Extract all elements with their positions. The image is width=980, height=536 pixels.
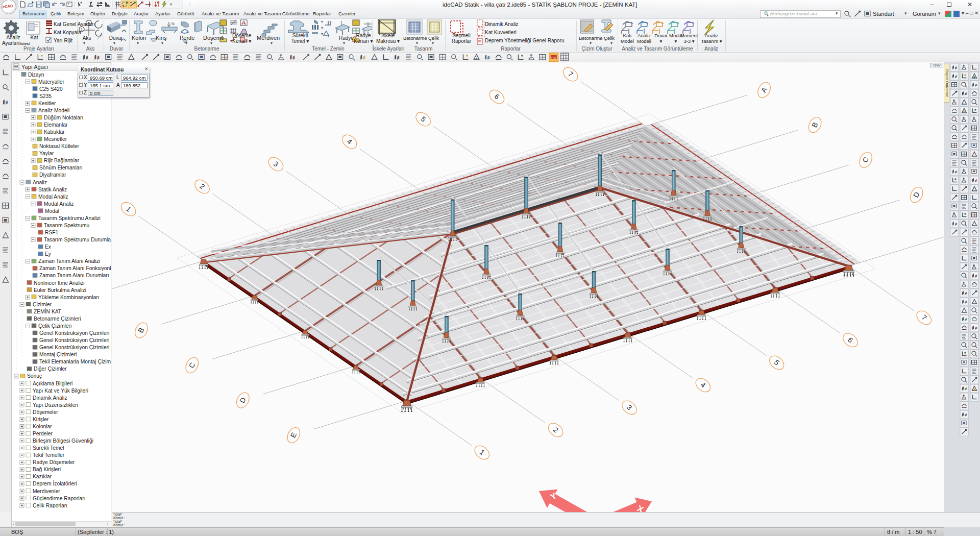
svg-text:Nonlineer İtme Analizi: Nonlineer İtme Analizi [34,280,85,286]
svg-text:Tasarım Spektrumu Analizi: Tasarım Spektrumu Analizi [38,215,101,221]
svg-text:Diğer Çizimler: Diğer Çizimler [34,366,67,372]
svg-text:Statik Analiz: Statik Analiz [38,187,67,192]
svg-text:C25 S420: C25 S420 [39,86,63,92]
svg-text:Radye Döşemeler: Radye Döşemeler [33,459,75,465]
svg-text:Kesitler: Kesitler [38,101,56,106]
svg-text:Perdeler: Perdeler [33,431,53,436]
svg-text:Ex: Ex [45,244,52,250]
svg-text:Materyaller: Materyaller [38,79,64,85]
svg-text:▾: ▾ [321,26,323,30]
svg-text:Tasarım Spektrumu Durumları: Tasarım Spektrumu Durumları [44,237,111,242]
svg-text:Genel Konstrüksiyon Çizimleri: Genel Konstrüksiyon Çizimleri - Tekil [39,345,111,350]
svg-text:Tekil Temeller: Tekil Temeller [33,452,65,458]
svg-text:Noktasal Kütleler: Noktasal Kütleler [39,143,79,149]
svg-text:S235: S235 [39,93,52,99]
svg-text:Düğüm Noktaları: Düğüm Noktaları [44,115,83,120]
svg-text:Modal Analiz: Modal Analiz [38,194,68,200]
svg-text:Kabuklar: Kabuklar [44,129,65,135]
svg-text:Elemanlar: Elemanlar [44,122,68,128]
svg-text:Döşemeler: Döşemeler [33,409,58,415]
svg-text:Deprem İzolatörleri: Deprem İzolatörleri [33,480,77,486]
svg-text:Dinamik Analiz: Dinamik Analiz [33,395,67,401]
svg-text:Tekil Elemanlarla Montaj Çizim: Tekil Elemanlarla Montaj Çizimleri [39,359,111,364]
svg-text:Güçlendirme Raporları: Güçlendirme Raporları [33,496,86,501]
svg-text:Analiz Modeli: Analiz Modeli [38,108,69,113]
svg-text:Sürekli Temel: Sürekli Temel [33,445,64,451]
svg-text:Yapı Kat ve Yük Bilgileri: Yapı Kat ve Yük Bilgileri [33,388,88,394]
svg-text:Euler Burkulma Analizi: Euler Burkulma Analizi [34,287,86,293]
svg-text:Kolonlar: Kolonlar [33,424,52,429]
svg-text:Diyaframlar: Diyaframlar [39,172,66,178]
svg-text:▾: ▾ [170,2,172,7]
svg-text:N: N [172,21,175,26]
svg-text:Yaylar: Yaylar [39,151,54,156]
svg-text:Mesnetler: Mesnetler [44,136,67,142]
svg-text:Kirişler: Kirişler [33,417,49,422]
svg-text:▾: ▾ [321,19,323,24]
svg-text:ZEMİN KAT: ZEMİN KAT [34,308,62,314]
svg-text:Bağ Kirişleri: Bağ Kirişleri [33,467,61,472]
svg-text:Sonuç: Sonuç [27,373,42,379]
svg-text:Zaman Tanım Alanı Analizi: Zaman Tanım Alanı Analizi [38,258,100,264]
svg-text:Açıklama Bilgileri: Açıklama Bilgileri [33,381,72,386]
svg-text:Genel Konstrüksiyon Çizimleri: Genel Konstrüksiyon Çizimleri (1) [39,337,111,343]
svg-text:Betonarme Çizimleri: Betonarme Çizimleri [34,316,81,322]
svg-text:Montaj Çizimleri: Montaj Çizimleri [39,352,77,357]
svg-text:Ey: Ey [45,251,52,257]
svg-text:Analiz: Analiz [33,180,47,185]
svg-text:Modal Analiz: Modal Analiz [44,201,74,207]
svg-text:Çelik Raporları: Çelik Raporları [33,503,67,508]
svg-text:Modal: Modal [45,208,59,214]
svg-text:Genel Konstrüksiyon Çizimleri: Genel Konstrüksiyon Çizimleri [39,330,109,336]
svg-text:Sönüm Elemanları: Sönüm Elemanları [39,165,83,170]
svg-text:Yapı Düzensizlikleri: Yapı Düzensizlikleri [33,402,78,408]
svg-text:Çelik Çizimleri: Çelik Çizimleri [38,323,71,329]
svg-text:Tasarım Spektrumu: Tasarım Spektrumu [44,223,90,228]
svg-text:Zaman Tanım Alanı Durumları: Zaman Tanım Alanı Durumları [39,273,109,278]
svg-text:Rijit Bağlantılar: Rijit Bağlantılar [44,158,80,163]
svg-text:Yükleme Kombinasyonları: Yükleme Kombinasyonları [38,295,100,300]
svg-text:RSF1: RSF1 [45,230,59,235]
svg-text:Birleşim Bölgesi Güvenliği: Birleşim Bölgesi Güvenliği [33,438,93,444]
svg-text:▾: ▾ [321,32,323,36]
svg-text:Dizayn: Dizayn [28,72,44,78]
svg-text:Merdivenler: Merdivenler [33,489,60,494]
svg-text:HO: HO [551,56,556,59]
svg-text:Zaman Tanım Alanı Fonksiyonlar: Zaman Tanım Alanı Fonksiyonları [39,265,111,271]
svg-text:Çizimler: Çizimler [33,302,52,307]
svg-text:Kazıklar: Kazıklar [33,474,52,479]
